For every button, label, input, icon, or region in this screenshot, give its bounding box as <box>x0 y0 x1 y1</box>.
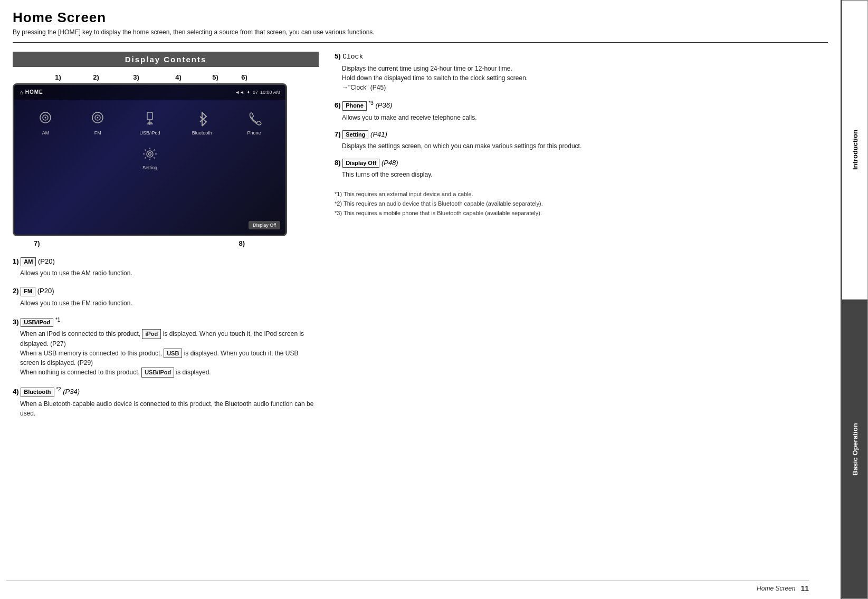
item-clock-text: Displays the current time using 24-hour … <box>335 64 828 92</box>
item-usb-header: 3) USB/iPod *1 <box>13 316 319 327</box>
fm-icon <box>86 109 109 129</box>
item-setting-text: Displays the settings screen, on which y… <box>335 141 828 151</box>
footnotes: *1) This requires an external input devi… <box>335 190 828 218</box>
am-badge: AM <box>21 257 36 266</box>
right-items-list: 5) Clock Displays the current time using… <box>335 52 828 218</box>
item-clock-header: 5) Clock <box>335 52 828 62</box>
bluetooth-icon-screen <box>190 109 214 129</box>
item-clock: 5) Clock Displays the current time using… <box>335 52 828 92</box>
num-label-1: 1) <box>39 73 77 81</box>
item-bluetooth-header: 4) Bluetooth *2 (P34) <box>13 386 319 397</box>
item-phone-header: 6) Phone *3 (P36) <box>335 100 828 111</box>
display-off-badge: Display Off <box>342 159 379 168</box>
item-display-off-header: 8) Display Off (P48) <box>335 158 828 168</box>
screen-icon-setting[interactable]: Setting <box>20 141 280 173</box>
screen-icon-am[interactable]: AM <box>20 106 72 139</box>
item-phone: 6) Phone *3 (P36) Allows you to make and… <box>335 100 828 122</box>
item-display-off: 8) Display Off (P48) This turns off the … <box>335 158 828 179</box>
num-label-7: 7) <box>34 239 40 247</box>
page-title-section: Home Screen By pressing the [HOME] key t… <box>13 9 828 43</box>
left-column: Display Contents 1) 2) 3) 4) 5) 6) <box>13 52 319 427</box>
footnote-3: *3) This requires a mobile phone that is… <box>335 209 828 218</box>
footer-page-number: 11 <box>800 584 809 593</box>
signal-icon: ◄◄ <box>235 90 244 95</box>
item-bluetooth-text: When a Bluetooth-capable audio device is… <box>13 399 319 418</box>
display-off-button[interactable]: Display Off <box>249 221 280 229</box>
page-subtitle: By pressing the [HOME] key to display th… <box>13 28 828 37</box>
fm-label: FM <box>94 130 101 136</box>
usb-badge: USB/iPod <box>21 318 53 327</box>
svg-point-5 <box>97 117 99 118</box>
setting-badge: Setting <box>342 130 368 139</box>
am-icon <box>34 109 57 129</box>
usb-superscript: *1 <box>55 317 60 323</box>
right-sidebar: Introduction Basic Operation <box>841 0 868 599</box>
phone-label: Phone <box>247 130 261 136</box>
screen-home-label: HOME <box>25 89 43 95</box>
screen-icon-fm[interactable]: FM <box>72 106 124 139</box>
item-setting-header: 7) Setting (P41) <box>335 130 828 139</box>
screen-area: 1) 2) 3) 4) 5) 6) ⌂ HOME <box>13 73 287 247</box>
screen-icons-grid: AM <box>14 101 285 173</box>
usb-ipod-inline-badge: USB/iPod <box>141 368 174 378</box>
device-screen: ⌂ HOME ◄◄ ✦ 07 10:00 AM <box>13 83 287 236</box>
num-label-8: 8) <box>239 239 245 247</box>
svg-rect-6 <box>147 112 152 120</box>
bluetooth-badge: Bluetooth <box>21 388 54 397</box>
two-column-layout: Display Contents 1) 2) 3) 4) 5) 6) <box>13 52 828 427</box>
phone-badge: Phone <box>342 101 367 110</box>
am-label: AM <box>42 130 50 136</box>
svg-point-7 <box>147 151 153 157</box>
num-label-3: 3) <box>115 73 157 81</box>
page-footer: Home Screen 11 <box>6 581 809 593</box>
item-fm-header: 2) FM (P20) <box>13 286 319 296</box>
page-title: Home Screen <box>13 9 828 26</box>
main-content: Home Screen By pressing the [HOME] key t… <box>0 0 841 599</box>
screen-status-icons: ◄◄ ✦ 07 10:00 AM <box>235 90 280 95</box>
setting-label: Setting <box>142 165 157 170</box>
clock-display: 10:00 AM <box>260 90 280 95</box>
item-fm: 2) FM (P20) Allows you to use the FM rad… <box>13 286 319 307</box>
item-am-header: 1) AM (P20) <box>13 257 319 266</box>
item-am: 1) AM (P20) Allows you to use the AM rad… <box>13 257 319 278</box>
second-icons-row: Setting <box>20 141 280 173</box>
phone-superscript: *3 <box>368 100 373 106</box>
svg-point-8 <box>149 152 151 155</box>
num-label-5: 5) <box>199 73 231 81</box>
item-display-off-text: This turns off the screen display. <box>335 170 828 179</box>
sidebar-tab-introduction[interactable]: Introduction <box>842 0 868 300</box>
time-display: 07 <box>253 90 258 95</box>
ipod-badge: iPod <box>142 329 161 339</box>
num-label-6: 6) <box>231 73 257 81</box>
svg-point-2 <box>45 117 46 118</box>
item-phone-text: Allows you to make and receive telephone… <box>335 113 828 122</box>
sidebar-tab-basic-operation[interactable]: Basic Operation <box>842 300 868 599</box>
main-icons-row: AM <box>20 106 280 139</box>
screen-top-bar: ⌂ HOME ◄◄ ✦ 07 10:00 AM <box>14 85 285 100</box>
phone-icon <box>243 109 266 129</box>
screen-icon-bluetooth[interactable]: Bluetooth <box>176 106 228 139</box>
right-column: 5) Clock Displays the current time using… <box>335 52 828 427</box>
bluetooth-status-icon: ✦ <box>246 90 251 95</box>
item-bluetooth: 4) Bluetooth *2 (P34) When a Bluetooth-c… <box>13 386 319 418</box>
item-fm-text: Allows you to use the FM radio function. <box>13 298 319 308</box>
bottom-labels: 7) 8) <box>13 236 266 247</box>
screen-icon-usb[interactable]: USB/iPod <box>124 106 176 139</box>
usb-inline-badge: USB <box>164 349 182 359</box>
clock-label: Clock <box>342 53 363 61</box>
item-setting: 7) Setting (P41) Displays the settings s… <box>335 130 828 151</box>
num-label-2: 2) <box>77 73 115 81</box>
bluetooth-superscript: *2 <box>56 387 61 392</box>
usb-icon <box>138 109 161 129</box>
screen-icon-phone[interactable]: Phone <box>228 106 280 139</box>
footnote-2: *2) This requires an audio device that i… <box>335 199 828 209</box>
item-usb: 3) USB/iPod *1 When an iPod is connected… <box>13 316 319 378</box>
display-contents-header: Display Contents <box>13 52 319 67</box>
num-label-4: 4) <box>157 73 199 81</box>
page-container: Home Screen By pressing the [HOME] key t… <box>0 0 868 599</box>
left-items-list: 1) AM (P20) Allows you to use the AM rad… <box>13 257 319 418</box>
footer-label: Home Screen <box>757 585 795 592</box>
footnote-1: *1) This requires an external input devi… <box>335 190 828 199</box>
item-usb-text: When an iPod is connected to this produc… <box>13 329 319 378</box>
bluetooth-label: Bluetooth <box>192 130 212 136</box>
